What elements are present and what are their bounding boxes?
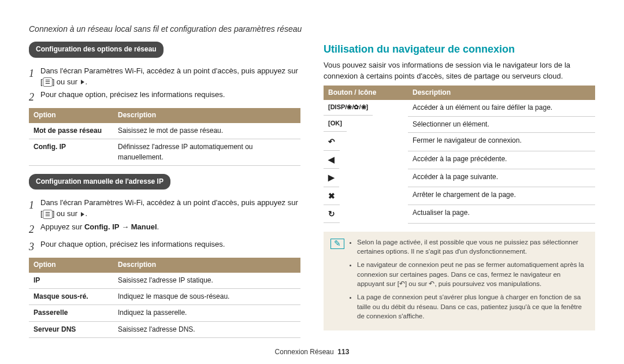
options-table-2: Option Description IPSaisissez l'adresse… [29,258,300,338]
step-number-3: 3 [29,239,40,254]
list-item: 1 Dans l'écran Paramètres Wi-Fi, accédez… [29,66,300,88]
refresh-icon: ↻ [324,205,340,223]
step-number-2: 2 [29,90,40,105]
table-row: ↻Actualiser la page. [324,205,595,223]
table-header-description: Description [113,258,300,272]
chevron-right-icon [81,80,84,84]
disp-nav-icon: [DISP/❀/✿/❀] [324,100,373,116]
note-list: Selon la page activée, il est possible q… [349,237,588,325]
note-box: ✎ Selon la page activée, il est possible… [324,232,595,330]
table-row: Mot de passe réseau Saisissez le mot de … [29,123,300,139]
list-item: Le navigateur de connexion peut ne pas s… [357,260,588,289]
list-item: 2 Pour chaque option, précisez les infor… [29,90,300,105]
section-title-network-options: Configuration des options de réseau [29,42,164,57]
intro-text: Vous pouvez saisir vos informations de s… [324,60,595,82]
list-item: 1 Dans l'écran Paramètres Wi-Fi, accédez… [29,198,300,220]
list-item: La page de connexion peut s'avérer plus … [357,292,588,321]
left-column: Configuration des options de réseau 1 Da… [29,42,300,346]
ok-icon: [OK] [324,116,347,132]
table-header-option: Option [29,108,113,122]
menu-icon: ☰ [43,210,53,219]
step-number-2: 2 [29,222,40,237]
page: Connexion à un réseau local sans fil et … [0,0,624,364]
list-item: 2 Appuyez sur Config. IP → Manuel. [29,222,300,237]
step-text: Dans l'écran Paramètres Wi-Fi, accédez à… [40,198,300,220]
section-title-manual-ip: Configuration manuelle de l'adresse IP [29,174,170,190]
step-number-1: 1 [29,66,40,81]
step-text: Pour chaque option, précisez les informa… [40,239,300,250]
table-row: ◀Accéder à la page précédente. [324,151,595,169]
table-row: PasserelleIndiquez la passerelle. [29,305,300,321]
page-title: Utilisation du navigateur de connexion [324,42,595,57]
table-row: [DISP/❀/✿/❀]Accéder à un élément ou fair… [324,100,595,116]
breadcrumb: Connexion à un réseau local sans fil et … [29,23,595,35]
step-text: Pour chaque option, précisez les informa… [40,90,300,101]
table-header-description: Description [408,86,595,100]
right-column: Utilisation du navigateur de connexion V… [324,42,595,346]
right-arrow-icon: ▶ [324,169,339,187]
step-number-1: 1 [29,198,40,213]
menu-icon: ☰ [43,77,53,87]
table-row: ↶Fermer le navigateur de connexion. [324,133,595,151]
table-row: ▶Accéder à la page suivante. [324,169,595,187]
step-text: Dans l'écran Paramètres Wi-Fi, accédez à… [40,66,300,88]
table-row: Serveur DNSSaisissez l'adresse DNS. [29,321,300,337]
button-icon-table: Bouton / Icône Description [DISP/❀/✿/❀]A… [324,86,595,224]
page-number: 113 [337,348,349,356]
table-header-option: Option [29,258,113,272]
close-icon: ✖ [324,187,340,205]
two-column-layout: Configuration des options de réseau 1 Da… [29,42,595,346]
table-row: ✖Arrêter le chargement de la page. [324,187,595,205]
back-icon: ↶ [324,133,340,151]
table-row: IPSaisissez l'adresse IP statique. [29,273,300,289]
options-table-1: Option Description Mot de passe réseau S… [29,108,300,166]
table-row: Masque sous-ré.Indiquez le masque de sou… [29,289,300,305]
list-item: Selon la page activée, il est possible q… [357,237,588,257]
info-icon: ✎ [330,239,344,249]
list-item: 3 Pour chaque option, précisez les infor… [29,239,300,254]
table-row: [OK]Sélectionner un élément. [324,116,595,132]
footer-section: Connexion Réseau [275,348,334,356]
table-row: Config. IP Définissez l'adresse IP autom… [29,139,300,166]
left-arrow-icon: ◀ [324,151,339,169]
table-header-description: Description [113,108,300,122]
table-header-button: Bouton / Icône [324,86,408,100]
chevron-right-icon [81,212,84,217]
step-text: Appuyez sur Config. IP → Manuel. [40,222,300,233]
page-footer: Connexion Réseau 113 [0,347,624,357]
